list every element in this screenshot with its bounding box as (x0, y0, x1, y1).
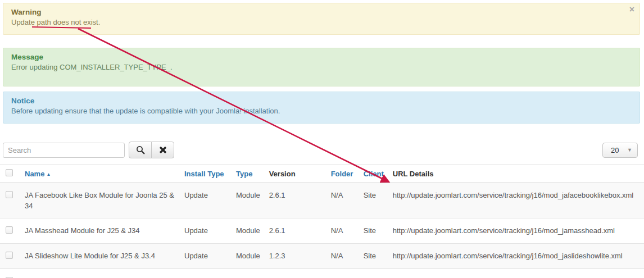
column-header-client: Client (359, 165, 388, 183)
message-alert: Message Error updating COM_INSTALLER_TYP… (3, 48, 640, 86)
select-all-checkbox[interactable] (6, 169, 13, 176)
column-header-name: Name▲ (20, 165, 180, 183)
cell-client: Site (359, 183, 388, 218)
cell-folder: N/A (326, 244, 359, 269)
notice-text: Before updating ensure that the update i… (11, 107, 623, 115)
clear-search-button[interactable] (151, 142, 174, 158)
cell-client: Site (359, 244, 388, 269)
table-row: JA Masshead Module for J25 & J34 Update … (0, 218, 644, 244)
sort-by-client-link[interactable]: Client (364, 170, 384, 178)
cell-install-type: Update (180, 244, 232, 269)
cell-version: 1.2.3 (265, 244, 326, 269)
cell-install-type: Update (180, 269, 232, 278)
cell-url: http://update.joomlart.com/service/track… (388, 269, 644, 278)
search-button[interactable] (129, 142, 152, 158)
cell-url: http://update.joomlart.com/service/track… (388, 218, 644, 244)
cell-name: JA Facebook Like Box Module for Joonla 2… (20, 183, 180, 218)
sort-by-folder-link[interactable]: Folder (331, 170, 353, 178)
search-icon (136, 145, 145, 154)
cell-folder: N/A (326, 269, 359, 278)
chevron-down-icon: ▼ (627, 147, 632, 153)
warning-heading: Warning (11, 8, 623, 16)
notice-heading: Notice (11, 97, 623, 105)
sort-by-type-link[interactable]: Type (236, 170, 252, 178)
cell-name: JA Masshead Module for J25 & J34 (20, 218, 180, 244)
sort-ascending-icon: ▲ (46, 172, 51, 177)
column-header-url-details: URL Details (388, 165, 644, 183)
search-button-group (129, 142, 174, 158)
cell-url: http://update.joomlart.com/service/track… (388, 183, 644, 218)
table-header-row: Name▲ Install Type Type Version Folder C… (0, 165, 644, 183)
cell-name: JA Slideshow Module for Joomla 2.5 & 3.x (20, 269, 180, 278)
cell-version: 2.6.1 (265, 218, 326, 244)
cell-folder: N/A (326, 218, 359, 244)
message-heading: Message (11, 53, 623, 61)
sort-by-install-type-link[interactable]: Install Type (184, 170, 224, 178)
column-header-folder: Folder (326, 165, 359, 183)
row-checkbox[interactable] (6, 252, 13, 259)
cell-version: 2.6.1 (265, 183, 326, 218)
cell-type: Module (232, 269, 265, 278)
notice-alert: Notice Before updating ensure that the u… (3, 92, 640, 124)
warning-text: Update path does not exist. (11, 18, 623, 26)
filter-toolbar: 20 ▼ (0, 142, 644, 158)
cell-folder: N/A (326, 183, 359, 218)
column-header-version: Version (265, 165, 326, 183)
row-checkbox[interactable] (6, 226, 13, 234)
search-input[interactable] (3, 143, 125, 158)
cell-type: Module (232, 218, 265, 244)
cell-client: Site (359, 218, 388, 244)
column-header-install-type: Install Type (180, 165, 232, 183)
cell-client: Site (359, 269, 388, 278)
cell-url: http://update.joomlart.com/service/track… (388, 244, 644, 269)
sort-by-name-link[interactable]: Name (25, 170, 44, 178)
cell-type: Module (232, 183, 265, 218)
table-row: JA Slideshow Module for Joomla 2.5 & 3.x… (0, 269, 644, 278)
cell-install-type: Update (180, 218, 232, 244)
list-limit-select[interactable]: 20 ▼ (602, 143, 638, 158)
cell-name: JA Slideshow Lite Module for J25 & J3.4 (20, 244, 180, 269)
row-checkbox[interactable] (6, 191, 13, 198)
table-row: JA Slideshow Lite Module for J25 & J3.4 … (0, 244, 644, 269)
cell-type: Module (232, 244, 265, 269)
update-path-link[interactable]: path does not exist (37, 18, 98, 26)
cell-version: 2.7.5 (265, 269, 326, 278)
cell-install-type: Update (180, 183, 232, 218)
table-row: JA Facebook Like Box Module for Joonla 2… (0, 183, 644, 218)
updates-table: Name▲ Install Type Type Version Folder C… (0, 164, 644, 278)
close-icon[interactable]: × (629, 5, 634, 14)
warning-alert: × Warning Update path does not exist. (3, 3, 640, 35)
clear-icon (159, 146, 167, 154)
column-header-type: Type (232, 165, 265, 183)
list-limit-value: 20 (611, 146, 619, 154)
message-text: Error updating COM_INSTALLER_TYPE_TYPE_. (11, 63, 623, 71)
